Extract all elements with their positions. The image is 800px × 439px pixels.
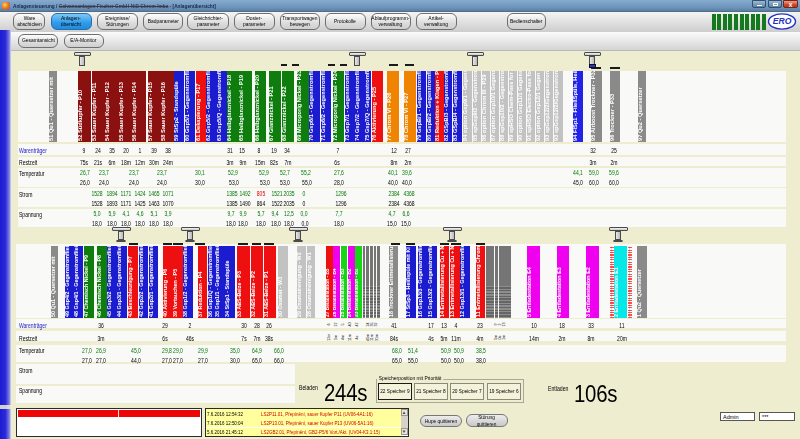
svg-text:ERO: ERO xyxy=(773,16,792,26)
